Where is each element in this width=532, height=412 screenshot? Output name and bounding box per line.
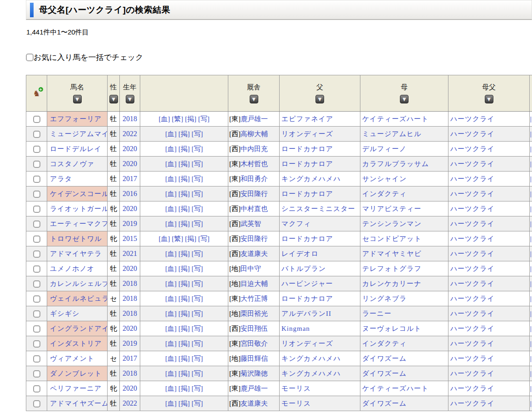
pedigree-link[interactable]: [血]	[165, 145, 177, 152]
damsire-link[interactable]: ハーツクライ	[450, 115, 495, 123]
row-checkbox[interactable]	[33, 265, 40, 273]
pedigree-link[interactable]: [写]	[192, 160, 203, 167]
sort-button-dam[interactable]: ▼	[400, 95, 409, 103]
horse-name-link[interactable]: ロードデルレイ	[50, 145, 102, 152]
damsire-link[interactable]: ハーツクライ	[450, 325, 495, 332]
dam-link[interactable]: テンシンランマン	[362, 220, 422, 227]
horse-name-link[interactable]: イングランドアイズ	[50, 325, 108, 332]
pedigree-link[interactable]: [掲]	[178, 310, 190, 317]
dam-link[interactable]: ラーニー	[362, 310, 392, 317]
trainer-link[interactable]: 栗田裕光	[241, 310, 268, 317]
sire-link[interactable]: ハービンジャー	[281, 280, 333, 287]
pedigree-link[interactable]: [血]	[165, 355, 177, 362]
dam-link[interactable]: テレフォトグラフ	[362, 265, 422, 272]
pedigree-link[interactable]: [血]	[165, 220, 177, 227]
row-checkbox[interactable]	[33, 310, 40, 318]
damsire-link[interactable]: ハーツクライ	[450, 295, 495, 302]
birth-year-link[interactable]: 2020	[123, 205, 137, 212]
pedigree-link[interactable]: [掲]	[178, 145, 190, 152]
row-checkbox[interactable]	[33, 161, 40, 168]
pedigree-link[interactable]: [掲]	[178, 205, 190, 212]
dam-link[interactable]: インダクティ	[362, 190, 407, 197]
sire-link[interactable]: キングカメハメハ	[281, 175, 341, 182]
birth-year-link[interactable]: 2019	[123, 220, 137, 227]
pedigree-link[interactable]: [血]	[165, 370, 177, 377]
dam-link[interactable]: デルフィーノ	[362, 145, 407, 152]
pedigree-link[interactable]: [写]	[192, 340, 203, 347]
birth-year-link[interactable]: 2020	[123, 265, 137, 272]
horse-name-link[interactable]: トロワゼトワル	[50, 235, 102, 242]
row-checkbox[interactable]	[33, 385, 40, 392]
pedigree-link[interactable]: [血]	[165, 265, 177, 272]
sire-link[interactable]: キングカメハメハ	[281, 355, 341, 362]
pedigree-link[interactable]: [掲]	[178, 265, 190, 272]
damsire-link[interactable]: ハーツクライ	[450, 160, 495, 167]
sire-link[interactable]: アルデバランII	[281, 310, 331, 317]
sire-link[interactable]: ロードカナロア	[281, 235, 333, 242]
dam-link[interactable]: サンシャイン	[362, 175, 407, 182]
row-checkbox[interactable]	[33, 295, 40, 303]
pedigree-link[interactable]: [掲]	[178, 325, 190, 332]
horse-name-link[interactable]: ペリファーニア	[50, 385, 102, 392]
pedigree-link[interactable]: [血]	[165, 190, 177, 197]
trainer-link[interactable]: 和田勇介	[241, 175, 268, 182]
pedigree-link[interactable]: [血]	[165, 325, 177, 332]
damsire-link[interactable]: ハーツクライ	[450, 370, 495, 377]
trainer-link[interactable]: 藤田輝信	[241, 355, 268, 362]
pedigree-link[interactable]: [掲]	[178, 130, 190, 137]
trainer-link[interactable]: 木村哲也	[241, 160, 268, 167]
birth-year-link[interactable]: 2021	[123, 250, 137, 257]
trainer-link[interactable]: 友道康夫	[241, 400, 268, 407]
horse-name-link[interactable]: アドマイヤズーム	[50, 400, 108, 407]
row-checkbox[interactable]	[33, 176, 40, 183]
birth-year-link[interactable]: 2017	[123, 175, 137, 182]
pedigree-link[interactable]: [掲]	[178, 175, 190, 182]
sire-link[interactable]: キングカメハメハ	[281, 370, 341, 377]
pedigree-link[interactable]: [写]	[192, 310, 203, 317]
birth-year-link[interactable]: 2018	[123, 280, 137, 287]
sire-link[interactable]: エピファネイア	[281, 115, 333, 123]
horse-name-link[interactable]: ユメノホノオ	[50, 265, 94, 272]
damsire-link[interactable]: ハーツクライ	[450, 205, 495, 212]
damsire-link[interactable]: ハーツクライ	[450, 265, 495, 272]
pedigree-link[interactable]: [掲]	[178, 295, 190, 302]
sire-link[interactable]: Kingman	[281, 325, 310, 332]
pedigree-link[interactable]: [写]	[192, 280, 203, 287]
trainer-link[interactable]: 安田隆行	[241, 235, 268, 242]
pedigree-link[interactable]: [繁]	[172, 235, 183, 242]
damsire-link[interactable]: ハーツクライ	[450, 385, 495, 392]
row-checkbox[interactable]	[33, 370, 40, 378]
pedigree-link[interactable]: [掲]	[185, 115, 197, 123]
damsire-link[interactable]: ハーツクライ	[450, 340, 495, 347]
trainer-link[interactable]: 武英智	[241, 220, 261, 227]
dam-link[interactable]: ヌーヴォレコルト	[362, 325, 421, 332]
pedigree-link[interactable]: [血]	[165, 280, 177, 287]
sire-link[interactable]: ロードカナロア	[281, 160, 333, 167]
row-checkbox[interactable]	[33, 221, 40, 228]
trainer-link[interactable]: 菊沢隆徳	[241, 370, 268, 377]
horse-name-link[interactable]: エーティーマクフィ	[50, 220, 108, 227]
pedigree-link[interactable]: [掲]	[178, 355, 190, 362]
pedigree-link[interactable]: [写]	[192, 250, 203, 257]
pedigree-link[interactable]: [写]	[192, 355, 203, 362]
row-checkbox[interactable]	[33, 131, 40, 138]
trainer-link[interactable]: 安田隆行	[241, 190, 268, 197]
birth-year-link[interactable]: 2018	[123, 115, 137, 123]
row-checkbox[interactable]	[33, 146, 40, 153]
birth-year-link[interactable]: 2022	[123, 399, 137, 407]
horse-name-link[interactable]: ケイデンスコール	[50, 190, 108, 197]
pedigree-link[interactable]: [写]	[192, 145, 203, 152]
trainer-link[interactable]: 田中守	[241, 265, 261, 272]
birth-year-link[interactable]: 2018	[123, 369, 137, 377]
sort-button-year[interactable]: ▼	[126, 95, 134, 103]
pedigree-link[interactable]: [写]	[192, 265, 203, 272]
sire-link[interactable]: ロードカナロア	[281, 295, 333, 302]
pedigree-link[interactable]: [掲]	[178, 385, 190, 392]
pedigree-link[interactable]: [血]	[165, 400, 177, 407]
damsire-link[interactable]: ハーツクライ	[450, 130, 495, 137]
birth-year-link[interactable]: 2016	[123, 190, 137, 197]
dam-link[interactable]: リングネブラ	[362, 295, 407, 302]
pedigree-link[interactable]: [血]	[165, 130, 177, 137]
sire-link[interactable]: レイデオロ	[281, 250, 319, 257]
trainer-link[interactable]: 宮田敬介	[241, 340, 268, 347]
